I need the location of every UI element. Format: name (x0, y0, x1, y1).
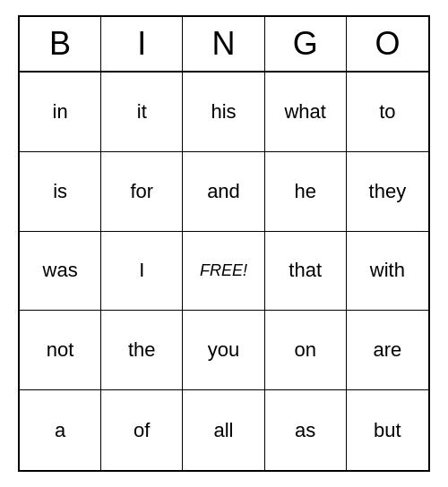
grid-cell-he: he (265, 152, 347, 232)
grid-cell-are: are (347, 311, 428, 390)
grid-cell-with: with (347, 232, 428, 312)
header-letter-i: I (101, 17, 183, 71)
grid-cell-you: you (183, 311, 264, 390)
grid-cell-I: I (101, 232, 183, 312)
grid-cell-the: the (101, 311, 183, 390)
grid-cell-not: not (20, 311, 101, 390)
grid-cell-a: a (20, 390, 101, 470)
grid-cell-they: they (347, 152, 428, 232)
grid-cell-on: on (265, 311, 347, 390)
header-letter-g: G (265, 17, 347, 71)
grid-cell-is: is (20, 152, 101, 232)
grid-cell-in: in (20, 73, 101, 152)
grid-cell-that: that (265, 232, 347, 312)
bingo-grid: inithiswhattoisforandhetheywasIFREE!that… (20, 73, 428, 470)
grid-cell-but: but (347, 390, 428, 470)
grid-cell-was: was (20, 232, 101, 312)
header-letter-b: B (20, 17, 101, 71)
grid-cell-it: it (101, 73, 183, 152)
grid-cell-for: for (101, 152, 183, 232)
header-letter-o: O (347, 17, 428, 71)
grid-cell-what: what (265, 73, 347, 152)
free-space-cell: FREE! (183, 232, 264, 312)
grid-cell-as: as (265, 390, 347, 470)
bingo-header: BINGO (20, 17, 428, 73)
grid-cell-and: and (183, 152, 264, 232)
bingo-card: BINGO inithiswhattoisforandhetheywasIFRE… (18, 15, 430, 472)
header-letter-n: N (183, 17, 264, 71)
grid-cell-to: to (347, 73, 428, 152)
grid-cell-his: his (183, 73, 264, 152)
grid-cell-of: of (101, 390, 183, 470)
grid-cell-all: all (183, 390, 264, 470)
